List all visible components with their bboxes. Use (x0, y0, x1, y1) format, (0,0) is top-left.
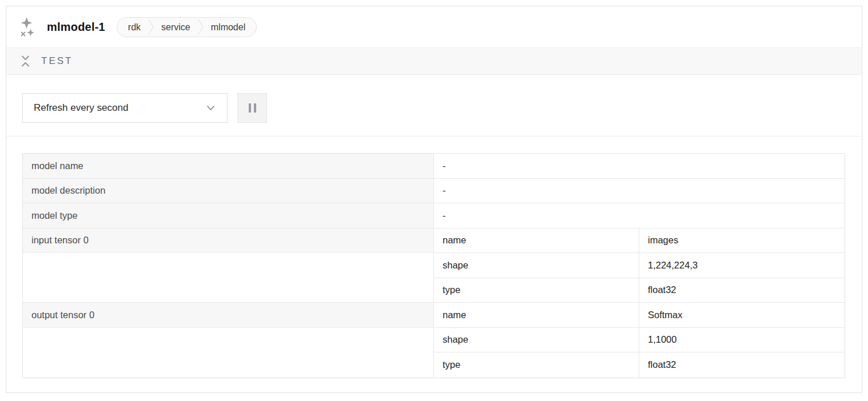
tensor-field-key: type (434, 278, 639, 303)
group-spacer (23, 253, 434, 278)
pause-icon (254, 103, 256, 113)
tensor-field-key: shape (434, 328, 639, 353)
mlmodel-service-panel: mlmodel-1 rdk service mlmodel TEST Refre… (6, 6, 862, 393)
refresh-controls-row: Refresh every second (6, 75, 862, 137)
breadcrumb-item-service: service (161, 17, 190, 37)
breadcrumb-item-mlmodel: mlmodel (211, 17, 245, 37)
tensor-field-key: name (434, 303, 639, 328)
tensor-field-key: shape (434, 253, 639, 278)
chevron-down-icon (206, 105, 215, 111)
breadcrumb-item-rdk: rdk (128, 17, 141, 37)
breadcrumb: rdk service mlmodel (117, 17, 257, 37)
chevron-right-icon (198, 19, 204, 35)
tensor-field-value: Softmax (639, 303, 845, 328)
page-title: mlmodel-1 (47, 21, 105, 34)
test-section-label: TEST (41, 55, 73, 67)
row-value-model-name: - (434, 154, 845, 179)
tensor-field-value: float32 (639, 278, 845, 303)
row-value-model-type: - (434, 203, 845, 228)
row-label-model-name: model name (23, 154, 434, 179)
tensor-field-value: 1,1000 (639, 328, 845, 353)
chevron-right-icon (148, 19, 154, 35)
tensor-field-key: type (434, 352, 639, 378)
group-spacer (23, 328, 434, 353)
pause-button[interactable] (237, 93, 267, 123)
tensor-field-value: 1,224,224,3 (639, 253, 845, 278)
tensor-field-key: name (434, 228, 639, 254)
model-info-table: model name - model description - model t… (22, 153, 845, 378)
group-spacer (23, 352, 434, 378)
refresh-rate-select[interactable]: Refresh every second (22, 93, 228, 123)
tensor-field-value: float32 (639, 352, 845, 378)
group-spacer (23, 278, 434, 303)
group-label-input-tensor-0: input tensor 0 (23, 228, 434, 254)
pause-icon (249, 103, 251, 113)
row-value-model-description: - (434, 179, 845, 204)
panel-header: mlmodel-1 rdk service mlmodel (6, 6, 862, 48)
row-label-model-description: model description (23, 179, 434, 204)
row-label-model-type: model type (23, 203, 434, 228)
group-label-output-tensor-0: output tensor 0 (23, 303, 434, 328)
test-section-header[interactable]: TEST (6, 48, 862, 75)
sparkles-icon (19, 17, 35, 37)
collapse-vertical-icon[interactable] (21, 55, 30, 67)
tensor-field-value: images (639, 228, 845, 254)
refresh-rate-value: Refresh every second (34, 102, 128, 114)
